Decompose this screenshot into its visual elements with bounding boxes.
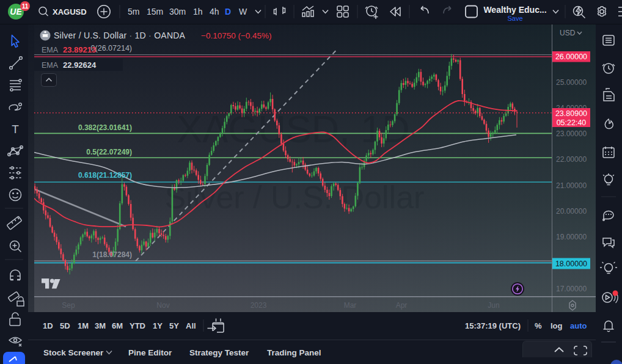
- svg-text:D: D: [225, 7, 231, 16]
- svg-text:17.00000: 17.00000: [556, 285, 587, 293]
- svg-text:Stock Screener: Stock Screener: [43, 348, 104, 357]
- svg-text:2023: 2023: [251, 301, 267, 310]
- svg-text:Silver / U.S. Dollar · 1D · OA: Silver / U.S. Dollar · 1D · OANDA: [54, 31, 186, 40]
- svg-text:EMA: EMA: [42, 46, 59, 54]
- svg-text:Trading Panel: Trading Panel: [267, 348, 321, 357]
- svg-text:Jun: Jun: [488, 301, 499, 310]
- svg-text:22.92624: 22.92624: [63, 60, 97, 70]
- svg-text:Sep: Sep: [62, 301, 75, 310]
- svg-text:11: 11: [22, 3, 29, 10]
- svg-text:Mar: Mar: [344, 301, 357, 310]
- svg-text:YTD: YTD: [130, 321, 145, 330]
- svg-text:05:22:40: 05:22:40: [557, 118, 587, 127]
- svg-text:23.89213: 23.89213: [63, 45, 96, 54]
- svg-text:0.382(23.01641): 0.382(23.01641): [78, 123, 132, 132]
- svg-text:Save: Save: [507, 15, 522, 22]
- svg-text:3M: 3M: [95, 321, 106, 330]
- svg-text:22.00000: 22.00000: [556, 155, 587, 164]
- svg-text:20.00000: 20.00000: [556, 207, 587, 216]
- svg-text:W: W: [239, 7, 247, 16]
- svg-text:1Y: 1Y: [153, 321, 163, 330]
- svg-text:log: log: [551, 321, 563, 330]
- svg-text:18.00000: 18.00000: [555, 260, 587, 268]
- svg-text:Strategy Tester: Strategy Tester: [189, 348, 249, 357]
- svg-text:−0.10750 (−0.45%): −0.10750 (−0.45%): [201, 31, 272, 40]
- svg-text:USD: USD: [560, 29, 576, 37]
- svg-text:15:37:19 (UTC): 15:37:19 (UTC): [465, 321, 521, 330]
- svg-text:Apr: Apr: [396, 301, 408, 310]
- svg-text:Nov: Nov: [156, 301, 169, 310]
- svg-text:0.618(21.12857): 0.618(21.12857): [78, 171, 132, 180]
- svg-text:Silver / U.S. Dollar: Silver / U.S. Dollar: [165, 180, 425, 215]
- svg-text:0.5(22.07249): 0.5(22.07249): [86, 148, 132, 156]
- svg-text:26.00000: 26.00000: [555, 53, 587, 61]
- svg-text:4h: 4h: [210, 7, 219, 16]
- svg-text:XAGUSD: XAGUSD: [53, 7, 87, 16]
- svg-text:Pine Editor: Pine Editor: [128, 348, 172, 357]
- svg-text:5m: 5m: [128, 7, 139, 16]
- svg-text:auto: auto: [570, 321, 587, 330]
- svg-text:1h: 1h: [193, 7, 203, 16]
- svg-text:UΕ: UΕ: [10, 7, 22, 16]
- svg-text:1M: 1M: [78, 321, 89, 330]
- svg-text:21.00000: 21.00000: [556, 181, 587, 190]
- svg-text:Wealthy Educ...: Wealthy Educ...: [483, 5, 546, 15]
- svg-text:23.00000: 23.00000: [556, 129, 587, 138]
- svg-text:15m: 15m: [147, 7, 163, 16]
- svg-text:%: %: [535, 321, 542, 330]
- svg-text:6M: 6M: [112, 321, 123, 330]
- svg-text:5Y: 5Y: [169, 321, 179, 330]
- svg-text:T: T: [12, 123, 19, 136]
- svg-text:25.00000: 25.00000: [556, 78, 587, 87]
- svg-text:EMA: EMA: [42, 61, 59, 70]
- svg-text:5D: 5D: [60, 321, 70, 330]
- svg-text:1D: 1D: [43, 321, 53, 330]
- svg-text:30m: 30m: [169, 7, 186, 16]
- svg-text:1(18.07284): 1(18.07284): [92, 250, 132, 259]
- svg-text:19.00000: 19.00000: [556, 233, 587, 241]
- svg-text:All: All: [186, 321, 196, 330]
- svg-text:23.80900: 23.80900: [555, 109, 587, 118]
